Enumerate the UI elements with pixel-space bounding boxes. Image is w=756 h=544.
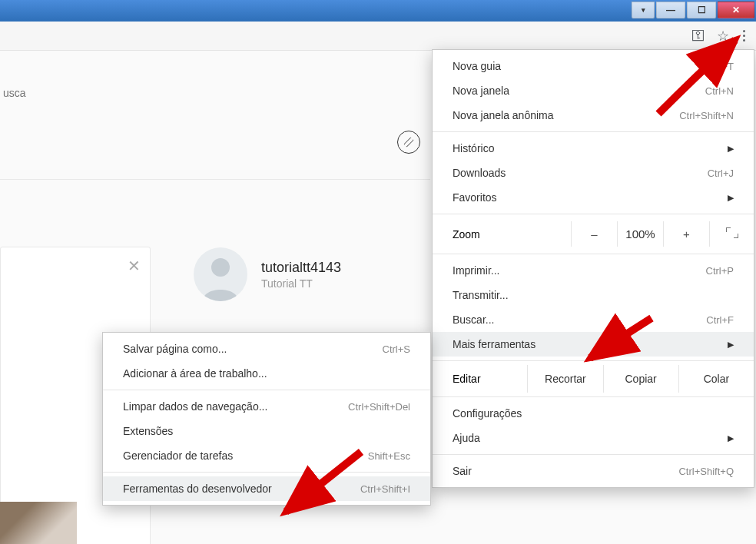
zoom-in-button[interactable]: +: [663, 221, 709, 247]
submenu-item-dev-tools[interactable]: Ferramentas do desenvolvedorCtrl+Shift+I: [103, 476, 430, 501]
menu-item-find[interactable]: Buscar...Ctrl+F: [433, 307, 754, 332]
menu-item-label: Nova janela: [453, 85, 509, 97]
shortcut-label: Ctrl+Shift+Del: [348, 401, 410, 413]
more-tools-submenu: Salvar página como...Ctrl+SAdicionar à á…: [102, 332, 431, 506]
divider: [0, 179, 430, 180]
menu-item-downloads[interactable]: DownloadsCtrl+J: [433, 161, 754, 185]
chevron-right-icon: ▶: [728, 144, 734, 154]
menu-item-label: Extensões: [123, 425, 173, 437]
menu-item-label: Salvar página como...: [123, 343, 227, 355]
menu-separator: [433, 360, 754, 361]
menu-item-label: Limpar dados de navegação...: [123, 400, 267, 413]
zoom-row: Zoom–100%+: [433, 218, 754, 250]
chevron-right-icon: ▶: [728, 340, 734, 350]
submenu-item-extensions[interactable]: Extensões: [103, 419, 430, 443]
profile-username: tutorialtt4143: [261, 260, 341, 276]
window-maximize-button[interactable]: ☐: [687, 2, 716, 18]
menu-item-label: Buscar...: [453, 313, 494, 326]
menu-item-print[interactable]: Imprimir...Ctrl+P: [433, 258, 754, 283]
zoom-out-button[interactable]: –: [571, 221, 617, 247]
menu-item-label: Imprimir...: [453, 264, 499, 277]
menu-separator: [433, 254, 754, 254]
menu-item-label: Nova guia: [453, 60, 501, 72]
submenu-item-task-manager[interactable]: Gerenciador de tarefasShift+Esc: [103, 443, 430, 468]
fullscreen-icon: [726, 227, 738, 238]
menu-item-incognito[interactable]: Nova janela anônimaCtrl+Shift+N: [433, 103, 754, 128]
chrome-menu-button[interactable]: [738, 25, 750, 46]
edit-label: Editar: [453, 365, 527, 393]
profile-fullname: Tutorial TT: [261, 277, 341, 290]
menu-item-label: Nova janela anônima: [453, 109, 554, 121]
menu-item-label: Configurações: [453, 407, 522, 420]
chevron-right-icon: ▶: [728, 193, 734, 203]
edit-row: EditarRecortarCopiarColar: [433, 365, 754, 393]
menu-item-label: Transmitir...: [453, 289, 509, 301]
menu-item-settings[interactable]: Configurações: [433, 401, 754, 426]
menu-item-label: Favoritos: [453, 191, 497, 204]
paste-button[interactable]: Colar: [678, 365, 754, 393]
compass-icon[interactable]: [397, 131, 420, 154]
window-title-bar: ▾ — ☐ ✕: [0, 0, 756, 22]
star-icon[interactable]: ☆: [714, 28, 732, 45]
profile-block[interactable]: tutorialtt4143 Tutorial TT: [194, 247, 341, 301]
menu-separator: [103, 472, 430, 473]
shortcut-label: Ctrl+N: [705, 85, 734, 97]
shortcut-label: Shift+Esc: [368, 450, 410, 462]
shortcut-label: Ctrl+P: [706, 265, 734, 277]
shortcut-label: Ctrl+Shift+I: [360, 483, 410, 495]
search-input[interactable]: [0, 81, 215, 104]
menu-item-bookmarks[interactable]: Favoritos▶: [433, 185, 754, 210]
menu-item-help[interactable]: Ajuda▶: [433, 426, 754, 450]
menu-item-label: Adicionar à área de trabalho...: [123, 367, 267, 380]
zoom-label: Zoom: [453, 228, 571, 240]
window-minimize-button[interactable]: —: [656, 2, 685, 18]
shortcut-label: Ctrl+J: [708, 168, 734, 179]
menu-item-new-tab[interactable]: Nova guiaCtrl+T: [433, 54, 754, 78]
shortcut-label: Ctrl+F: [706, 314, 734, 326]
menu-separator: [433, 396, 754, 397]
chrome-main-menu: Nova guiaCtrl+TNova janelaCtrl+NNova jan…: [432, 49, 754, 488]
submenu-item-add-desktop[interactable]: Adicionar à área de trabalho...: [103, 361, 430, 386]
submenu-item-save-as[interactable]: Salvar página como...Ctrl+S: [103, 337, 430, 361]
cut-button[interactable]: Recortar: [527, 365, 602, 393]
menu-item-label: Gerenciador de tarefas: [123, 449, 233, 462]
window-dropdown-button[interactable]: ▾: [632, 2, 655, 18]
menu-item-label: Sair: [453, 465, 472, 477]
chevron-right-icon: ▶: [728, 433, 734, 443]
menu-item-exit[interactable]: SairCtrl+Shift+Q: [433, 459, 754, 483]
menu-item-new-window[interactable]: Nova janelaCtrl+N: [433, 78, 754, 103]
menu-item-history[interactable]: Histórico▶: [433, 136, 754, 161]
close-icon[interactable]: ✕: [128, 257, 141, 275]
menu-separator: [433, 454, 754, 455]
menu-separator: [433, 131, 754, 132]
shortcut-label: Ctrl+S: [383, 343, 410, 355]
shortcut-label: Ctrl+Shift+Q: [678, 466, 734, 477]
avatar: [194, 247, 247, 301]
menu-item-label: Mais ferramentas: [453, 338, 536, 350]
menu-item-label: Downloads: [453, 167, 506, 179]
window-close-button[interactable]: ✕: [718, 2, 754, 18]
key-icon[interactable]: ⚿: [689, 28, 708, 44]
shortcut-label: Ctrl+T: [706, 61, 734, 72]
photo-thumbnail: [0, 502, 77, 544]
svg-point-0: [211, 258, 230, 277]
menu-item-more-tools[interactable]: Mais ferramentas▶: [433, 332, 754, 357]
submenu-item-clear-data[interactable]: Limpar dados de navegação...Ctrl+Shift+D…: [103, 394, 430, 419]
zoom-value: 100%: [617, 221, 663, 247]
menu-item-label: Histórico: [453, 142, 494, 154]
browser-toolbar: ⚿ ☆: [0, 22, 756, 51]
menu-item-label: Ajuda: [453, 432, 480, 444]
copy-button[interactable]: Copiar: [603, 365, 678, 393]
menu-separator: [433, 214, 754, 214]
shortcut-label: Ctrl+Shift+N: [679, 110, 734, 121]
menu-separator: [103, 390, 430, 390]
menu-item-cast[interactable]: Transmitir...: [433, 283, 754, 307]
fullscreen-button[interactable]: [709, 221, 754, 247]
window-controls: ▾ — ☐ ✕: [632, 0, 756, 18]
menu-item-label: Ferramentas do desenvolvedor: [123, 483, 272, 495]
